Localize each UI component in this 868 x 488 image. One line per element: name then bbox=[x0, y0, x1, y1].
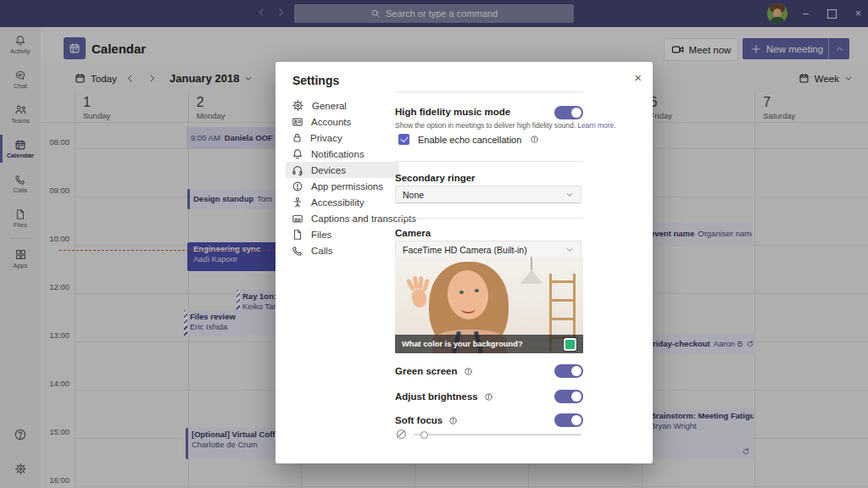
settings-nav-notifications[interactable]: Notifications bbox=[286, 146, 399, 162]
settings-nav: GeneralAccountsPrivacyNotificationsDevic… bbox=[286, 97, 399, 258]
echo-cancellation-checkbox[interactable] bbox=[398, 134, 409, 145]
toggle-row-soft-focus: Soft focus bbox=[395, 413, 583, 428]
settings-nav-general[interactable]: General bbox=[286, 97, 399, 114]
bell-icon bbox=[292, 148, 303, 160]
settings-nav-label: Privacy bbox=[310, 133, 342, 143]
headset-icon bbox=[292, 164, 303, 176]
teams-app: Search or type a command – × ActivityCha… bbox=[0, 0, 868, 488]
soft-focus-slider bbox=[395, 429, 583, 441]
settings-title: Settings bbox=[292, 74, 339, 87]
hifi-label: High fidelity music mode bbox=[395, 107, 510, 117]
slider-thumb[interactable] bbox=[420, 431, 428, 439]
hifi-description: Show the option in meetings to deliver h… bbox=[395, 121, 615, 130]
secondary-ringer-select[interactable]: None bbox=[395, 186, 581, 203]
settings-devices-panel: High fidelity music mode Show the option… bbox=[395, 62, 583, 463]
echo-label: Enable echo cancellation bbox=[418, 135, 521, 145]
toggle-label: Adjust brightness bbox=[395, 391, 478, 402]
gear-icon bbox=[292, 99, 304, 112]
app-permissions-icon bbox=[292, 180, 303, 192]
toggle-soft-focus[interactable] bbox=[554, 413, 583, 427]
file-icon bbox=[292, 229, 303, 241]
chevron-down-icon bbox=[565, 246, 574, 254]
lamp-art bbox=[531, 257, 532, 270]
settings-nav-accessibility[interactable]: Accessibility bbox=[286, 194, 399, 210]
toggle-row-adjust-brightness: Adjust brightness bbox=[395, 389, 583, 404]
id-card-icon bbox=[292, 116, 303, 128]
captions-icon bbox=[292, 213, 303, 225]
hifi-toggle[interactable] bbox=[554, 106, 583, 119]
camera-label: Camera bbox=[395, 228, 431, 238]
soft-focus-amount-icon bbox=[397, 430, 406, 439]
settings-nav-label: Accessibility bbox=[311, 197, 364, 208]
settings-nav-privacy[interactable]: Privacy bbox=[286, 130, 399, 146]
settings-nav-accounts[interactable]: Accounts bbox=[286, 114, 399, 130]
toggle-adjust-brightness[interactable] bbox=[554, 390, 583, 403]
toggle-row-green-screen: Green screen bbox=[395, 363, 583, 379]
slider-track[interactable] bbox=[414, 434, 581, 435]
camera-select[interactable]: FaceTime HD Camera (Built-in) bbox=[395, 241, 581, 258]
info-icon[interactable] bbox=[530, 135, 539, 144]
info-icon[interactable] bbox=[484, 392, 493, 402]
toggle-green-screen[interactable] bbox=[554, 364, 583, 378]
background-color-swatch bbox=[564, 338, 576, 351]
secondary-ringer-label: Secondary ringer bbox=[395, 173, 476, 183]
accessibility-icon bbox=[292, 197, 303, 208]
info-icon[interactable] bbox=[464, 367, 473, 376]
settings-nav-app-permissions[interactable]: App permissions bbox=[286, 178, 399, 194]
preview-caption-bar: What color is your background? bbox=[395, 335, 583, 353]
settings-dialog: Settings × GeneralAccountsPrivacyNotific… bbox=[275, 62, 653, 463]
info-icon[interactable] bbox=[448, 416, 458, 425]
settings-nav-label: General bbox=[312, 101, 347, 111]
camera-preview: What color is your background? bbox=[395, 257, 583, 353]
learn-more-link[interactable]: Learn more. bbox=[577, 121, 615, 130]
settings-nav-captions-and-transcripts[interactable]: Captions and transcripts bbox=[286, 210, 399, 226]
settings-nav-calls[interactable]: Calls bbox=[286, 242, 399, 258]
toggle-label: Soft focus bbox=[395, 415, 442, 425]
settings-nav-files[interactable]: Files bbox=[286, 226, 399, 242]
settings-nav-label: Files bbox=[311, 230, 331, 240]
settings-nav-label: App permissions bbox=[311, 181, 383, 191]
chevron-down-icon bbox=[565, 191, 574, 199]
lock-icon bbox=[292, 132, 303, 143]
preview-caption: What color is your background? bbox=[402, 340, 523, 348]
settings-nav-label: Calls bbox=[311, 246, 333, 256]
settings-nav-devices[interactable]: Devices bbox=[286, 162, 399, 178]
toggle-label: Green screen bbox=[395, 366, 458, 376]
settings-nav-label: Notifications bbox=[311, 149, 364, 159]
close-icon[interactable]: × bbox=[634, 70, 642, 85]
settings-nav-label: Accounts bbox=[311, 117, 351, 127]
settings-nav-label: Devices bbox=[311, 165, 346, 175]
phone-icon bbox=[292, 245, 303, 257]
